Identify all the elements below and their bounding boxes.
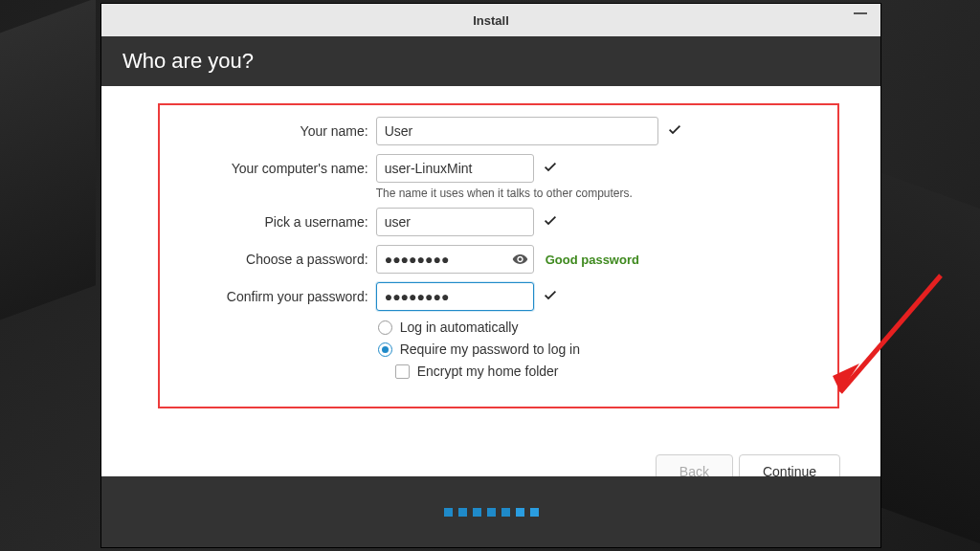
confirm-input[interactable]	[376, 282, 534, 311]
radio-icon	[378, 342, 392, 357]
auto-login-label: Log in automatically	[400, 320, 519, 335]
progress-dot	[473, 508, 481, 517]
installer-window: Install Who are you? Your name: Your com…	[100, 3, 881, 548]
encrypt-label: Encrypt my home folder	[417, 364, 559, 379]
checkbox-icon	[395, 364, 410, 379]
page-title: Who are you?	[122, 49, 254, 74]
progress-dot	[501, 508, 510, 517]
radio-icon	[378, 320, 392, 335]
check-icon	[667, 121, 682, 141]
page-header: Who are you?	[101, 36, 880, 86]
window-title: Install	[473, 13, 509, 28]
titlebar[interactable]: Install	[101, 4, 880, 36]
encrypt-checkbox[interactable]: Encrypt my home folder	[376, 364, 837, 379]
auto-login-radio[interactable]: Log in automatically	[376, 320, 837, 335]
require-password-radio[interactable]: Require my password to log in	[376, 342, 837, 357]
computer-input[interactable]	[376, 154, 534, 183]
progress-footer	[101, 476, 880, 547]
password-label: Choose a password:	[160, 252, 376, 267]
computer-helper: The name it uses when it talks to other …	[376, 187, 837, 200]
progress-dot	[530, 508, 539, 517]
confirm-label: Confirm your password:	[160, 289, 376, 304]
require-password-label: Require my password to log in	[400, 342, 580, 357]
name-label: Your name:	[160, 123, 376, 139]
progress-dot	[516, 508, 524, 517]
check-icon	[543, 287, 558, 306]
minimize-icon[interactable]	[854, 12, 867, 14]
check-icon	[543, 159, 558, 178]
name-input[interactable]	[376, 117, 658, 145]
password-input[interactable]	[376, 245, 534, 274]
form-highlight: Your name: Your computer's name: The nam…	[158, 103, 839, 408]
progress-dot	[487, 508, 496, 517]
password-strength: Good password	[546, 253, 639, 267]
check-icon	[543, 212, 558, 231]
progress-dot	[444, 508, 453, 517]
computer-label: Your computer's name:	[160, 161, 376, 176]
username-label: Pick a username:	[160, 214, 376, 230]
progress-dot	[458, 508, 467, 517]
eye-icon[interactable]	[512, 252, 528, 268]
username-input[interactable]	[376, 208, 534, 236]
